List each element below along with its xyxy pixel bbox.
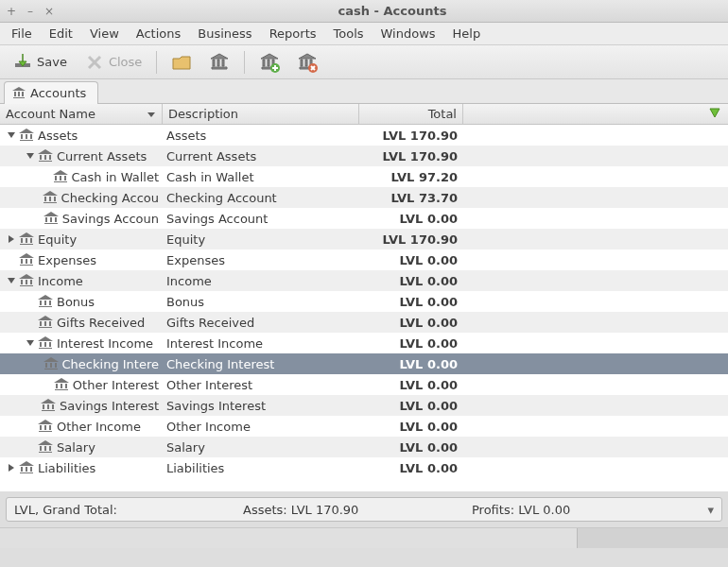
column-chooser-icon[interactable] xyxy=(707,105,722,123)
collapse-icon[interactable] xyxy=(25,150,36,162)
window-minimize-icon[interactable]: – xyxy=(25,6,36,17)
account-total: LVL 170.90 xyxy=(382,232,458,247)
account-total: LVL 97.20 xyxy=(391,170,458,184)
account-name: Salary xyxy=(57,440,95,455)
resize-grip[interactable] xyxy=(577,528,728,548)
save-icon xyxy=(12,52,33,73)
menu-reports[interactable]: Reports xyxy=(262,24,324,43)
account-total: LVL 0.00 xyxy=(400,399,458,413)
expander-placeholder xyxy=(6,254,17,266)
expand-icon[interactable] xyxy=(6,462,17,473)
collapse-icon[interactable] xyxy=(6,275,17,286)
summary-dropdown-icon[interactable]: ▾ xyxy=(701,503,714,517)
account-row[interactable]: Other IncomeOther IncomeLVL 0.00 xyxy=(0,416,728,437)
account-row[interactable]: Interest IncomeInterest IncomeLVL 0.00 xyxy=(0,333,728,353)
bank-icon xyxy=(38,440,53,454)
account-total: LVL 0.00 xyxy=(400,295,458,309)
menu-bar: FileEditViewActionsBusinessReportsToolsW… xyxy=(0,23,728,45)
menu-file[interactable]: File xyxy=(4,24,40,43)
column-header-description[interactable]: Description xyxy=(163,104,359,124)
account-row[interactable]: Gifts ReceivedGifts ReceivedLVL 0.00 xyxy=(0,312,728,333)
expander-placeholder xyxy=(33,358,42,369)
expander-placeholder xyxy=(25,317,36,328)
account-row[interactable]: Cash in WalletCash in WalletLVL 97.20 xyxy=(0,166,728,187)
expander-placeholder xyxy=(33,213,42,224)
bank-icon xyxy=(19,129,34,142)
account-description: Gifts Received xyxy=(166,316,254,330)
menu-actions[interactable]: Actions xyxy=(129,24,189,43)
collapse-icon[interactable] xyxy=(6,129,17,141)
window-close-icon[interactable]: × xyxy=(43,6,55,17)
account-description: Savings Interest xyxy=(166,399,266,413)
menu-view[interactable]: View xyxy=(82,24,127,43)
menu-help[interactable]: Help xyxy=(445,24,489,43)
account-row[interactable]: AssetsAssetsLVL 170.90 xyxy=(0,125,728,146)
bank-icon xyxy=(19,461,34,474)
bank-icon xyxy=(43,212,59,225)
account-description: Interest Income xyxy=(166,336,263,351)
summary-assets: Assets: LVL 170.90 xyxy=(243,503,472,517)
account-description: Current Assets xyxy=(166,149,256,163)
window-new-icon[interactable]: + xyxy=(6,6,17,17)
new-account-button[interactable] xyxy=(252,48,286,77)
account-row[interactable]: LiabilitiesLiabilitiesLVL 0.00 xyxy=(0,457,728,478)
account-tree[interactable]: AssetsAssetsLVL 170.90Current AssetsCurr… xyxy=(0,125,728,491)
account-name: Expenses xyxy=(38,253,96,267)
account-name: Income xyxy=(38,274,83,288)
sort-indicator-icon[interactable] xyxy=(147,110,156,119)
account-description: Salary xyxy=(166,440,205,455)
expander-placeholder xyxy=(32,192,41,203)
account-description: Bonus xyxy=(166,295,204,309)
open-account-button[interactable] xyxy=(165,48,199,77)
edit-account-button[interactable] xyxy=(202,48,236,77)
menu-edit[interactable]: Edit xyxy=(42,24,80,43)
account-row[interactable]: Checking IntereChecking InterestLVL 0.00 xyxy=(0,353,728,374)
account-name: Cash in Wallet xyxy=(72,170,159,184)
account-row[interactable]: BonusBonusLVL 0.00 xyxy=(0,291,728,312)
account-name: Liabilities xyxy=(38,461,95,475)
save-button[interactable]: Save xyxy=(6,48,74,77)
tree-header: Account Name Description Total xyxy=(0,104,728,125)
bank-edit-icon xyxy=(209,52,230,73)
account-total: LVL 0.00 xyxy=(400,420,458,434)
collapse-icon[interactable] xyxy=(25,337,36,349)
menu-windows[interactable]: Windows xyxy=(373,24,443,43)
account-description: Income xyxy=(166,274,212,288)
delete-account-button[interactable] xyxy=(290,48,324,77)
account-name: Interest Income xyxy=(57,336,153,351)
account-row[interactable]: ExpensesExpensesLVL 0.00 xyxy=(0,249,728,270)
menu-business[interactable]: Business xyxy=(190,24,259,43)
account-row[interactable]: IncomeIncomeLVL 0.00 xyxy=(0,270,728,291)
bank-icon xyxy=(19,253,34,266)
account-total: LVL 0.00 xyxy=(400,461,458,475)
account-total: LVL 0.00 xyxy=(400,357,458,371)
account-row[interactable]: Current AssetsCurrent AssetsLVL 170.90 xyxy=(0,146,728,166)
account-description: Checking Account xyxy=(166,191,277,205)
window-titlebar: + – × cash - Accounts xyxy=(0,0,728,23)
tab-accounts[interactable]: Accounts xyxy=(4,81,98,104)
expander-placeholder xyxy=(31,400,39,411)
expand-icon[interactable] xyxy=(6,233,17,245)
summary-bar[interactable]: LVL, Grand Total: Assets: LVL 170.90 Pro… xyxy=(6,497,722,522)
column-header-total[interactable]: Total xyxy=(359,104,463,124)
save-label: Save xyxy=(37,55,67,69)
bank-delete-icon xyxy=(297,52,318,73)
account-row[interactable]: Other InterestOther InterestLVL 0.00 xyxy=(0,374,728,395)
account-row[interactable]: Savings AccounSavings AccountLVL 0.00 xyxy=(0,208,728,229)
account-description: Other Income xyxy=(166,420,251,434)
bank-icon xyxy=(12,87,26,100)
account-row[interactable]: EquityEquityLVL 170.90 xyxy=(0,229,728,249)
bank-icon xyxy=(38,295,53,308)
account-total: LVL 170.90 xyxy=(382,149,458,163)
column-header-name[interactable]: Account Name xyxy=(0,104,163,124)
account-name: Assets xyxy=(38,129,78,143)
account-row[interactable]: SalarySalaryLVL 0.00 xyxy=(0,437,728,457)
bank-icon xyxy=(54,378,69,391)
account-row[interactable]: Checking AccouChecking AccountLVL 73.70 xyxy=(0,187,728,208)
menu-tools[interactable]: Tools xyxy=(326,24,372,43)
toolbar-separator xyxy=(244,51,245,74)
account-row[interactable]: Savings InterestSavings InterestLVL 0.00 xyxy=(0,395,728,416)
expander-placeholder xyxy=(42,379,52,390)
close-icon xyxy=(84,52,105,73)
account-total: LVL 0.00 xyxy=(400,212,458,226)
